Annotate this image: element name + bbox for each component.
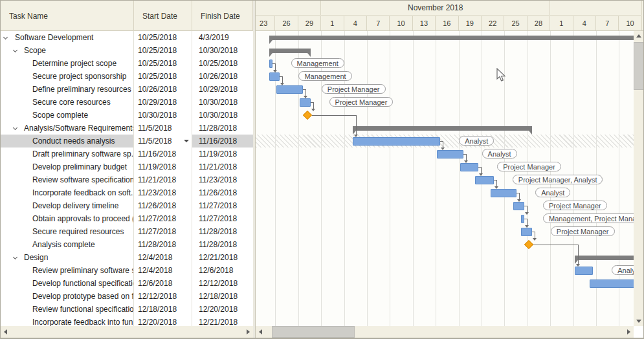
task-row[interactable]: Develop delivery timeline11/26/201811/27… — [1, 199, 253, 212]
task-row[interactable]: Review software specifications...11/21/2… — [1, 173, 253, 186]
task-name-cell[interactable]: Incorporate feedback into fun... — [1, 316, 134, 326]
chart-hscroll-thumb[interactable] — [272, 326, 355, 338]
task-name-cell[interactable]: Develop prototype based on f... — [1, 290, 134, 303]
finish-date-cell[interactable]: 11/19/2018 — [192, 148, 253, 160]
grid-hscrollbar[interactable] — [1, 326, 253, 338]
start-date-cell[interactable]: 11/21/2018 — [134, 173, 192, 186]
task-row[interactable]: Review functional specifications12/18/20… — [1, 303, 253, 316]
task-row[interactable]: Develop prototype based on f...12/12/201… — [1, 290, 253, 303]
task-row[interactable]: Incorporate feedback on soft...11/23/201… — [1, 186, 253, 199]
finish-date-cell[interactable]: 11/21/2018 — [192, 160, 253, 173]
start-date-cell[interactable]: 10/29/2018 — [134, 96, 192, 109]
task-row[interactable]: Secure core resources10/29/201810/30/201… — [1, 96, 253, 109]
start-date-cell[interactable]: 10/25/2018 — [134, 44, 192, 57]
task-name-cell[interactable]: Develop functional specificatio... — [1, 277, 134, 290]
column-header-start-date[interactable]: Start Date — [134, 1, 192, 31]
finish-date-cell[interactable]: 11/23/2018 — [192, 173, 253, 186]
start-date-cell[interactable]: 11/23/2018 — [134, 186, 192, 199]
start-date-cell[interactable]: 10/26/2018 — [134, 83, 192, 96]
finish-date-cell[interactable]: 11/26/2018 — [192, 186, 253, 199]
finish-date-cell[interactable]: 10/30/2018 — [192, 109, 253, 122]
finish-date-cell[interactable]: 11/16/2018 — [192, 135, 253, 148]
start-date-cell[interactable]: 10/25/2018 — [134, 31, 192, 44]
start-date-cell[interactable]: 11/27/2018 — [134, 225, 192, 238]
start-date-cell[interactable]: 11/19/2018 — [134, 160, 192, 173]
task-bar[interactable] — [513, 202, 524, 210]
task-row[interactable]: Software Development10/25/20184/3/2019 — [1, 31, 253, 44]
finish-date-cell[interactable]: 11/27/2018 — [192, 199, 253, 212]
start-date-cell[interactable]: 11/5/2018 — [134, 122, 192, 135]
column-header-finish-date[interactable]: Finish Date — [192, 1, 253, 31]
task-name-cell[interactable]: Define preliminary resources — [1, 83, 134, 96]
start-date-cell[interactable]: 10/25/2018 — [134, 57, 192, 70]
task-row[interactable]: Secure required resources11/27/201811/28… — [1, 225, 253, 238]
milestone-diamond[interactable] — [524, 239, 533, 248]
start-date-cell[interactable]: 11/5/2018 — [134, 135, 192, 148]
task-name-cell[interactable]: Software Development — [1, 31, 134, 44]
expander-chevron-icon[interactable] — [13, 126, 17, 130]
task-row[interactable]: Scope complete10/30/201810/30/2018 — [1, 109, 253, 122]
finish-date-cell[interactable]: 11/28/2018 — [192, 225, 253, 238]
task-name-cell[interactable]: Draft preliminary software sp... — [1, 148, 134, 160]
chart-hscrollbar[interactable] — [256, 326, 634, 338]
task-name-cell[interactable]: Obtain approvals to proceed (... — [1, 212, 134, 225]
task-bar[interactable] — [491, 189, 516, 197]
finish-date-cell[interactable]: 11/27/2018 — [192, 212, 253, 225]
start-date-cell[interactable]: 10/30/2018 — [134, 109, 192, 122]
task-row[interactable]: Draft preliminary software sp...11/16/20… — [1, 148, 253, 160]
finish-date-cell[interactable]: 12/18/2018 — [192, 290, 253, 303]
task-name-cell[interactable]: Scope complete — [1, 109, 134, 122]
vscroll-thumb[interactable] — [634, 42, 644, 90]
task-row[interactable]: Conduct needs analysis11/5/201811/16/201… — [1, 135, 253, 148]
finish-date-cell[interactable]: 12/6/2018 — [192, 264, 253, 277]
finish-date-cell[interactable]: 12/21/2018 — [192, 251, 253, 264]
start-date-cell[interactable]: 11/16/2018 — [134, 148, 192, 160]
task-name-cell[interactable]: Analysis/Software Requirements — [1, 122, 134, 135]
task-row[interactable]: Define preliminary resources10/26/201810… — [1, 83, 253, 96]
task-name-cell[interactable]: Review preliminary software s... — [1, 264, 134, 277]
start-date-dropdown-icon[interactable] — [184, 140, 189, 142]
task-row[interactable]: Scope10/25/201810/30/2018 — [1, 44, 253, 57]
task-row[interactable]: Incorporate feedback into fun...12/20/20… — [1, 316, 253, 326]
task-bar[interactable] — [269, 72, 280, 81]
task-row[interactable]: Obtain approvals to proceed (...11/27/20… — [1, 212, 253, 225]
chart-vscrollbar[interactable] — [634, 31, 644, 326]
finish-date-cell[interactable]: 12/12/2018 — [192, 277, 253, 290]
start-date-cell[interactable]: 12/12/2018 — [134, 290, 192, 303]
start-date-cell[interactable]: 11/26/2018 — [134, 199, 192, 212]
task-name-cell[interactable]: Secure project sponsorship — [1, 70, 134, 83]
task-name-cell[interactable]: Develop preliminary budget — [1, 160, 134, 173]
task-name-cell[interactable]: Design — [1, 251, 134, 264]
task-name-cell[interactable]: Analysis complete — [1, 238, 134, 251]
task-name-cell[interactable]: Develop delivery timeline — [1, 199, 134, 212]
task-name-cell[interactable]: Determine project scope — [1, 57, 134, 70]
task-bar[interactable] — [300, 98, 311, 107]
chart-hscroll-left-button[interactable] — [256, 326, 266, 338]
task-row[interactable]: Secure project sponsorship10/25/201810/2… — [1, 70, 253, 83]
finish-date-cell[interactable]: 10/26/2018 — [192, 70, 253, 83]
task-name-cell[interactable]: Conduct needs analysis — [1, 135, 134, 148]
task-row[interactable]: Design12/4/201812/21/2018 — [1, 251, 253, 264]
finish-date-cell[interactable]: 12/21/2018 — [192, 316, 253, 326]
summary-bar[interactable] — [269, 36, 634, 40]
task-bar[interactable] — [475, 176, 494, 184]
grid-hscroll-right-button[interactable] — [243, 326, 253, 338]
start-date-cell[interactable]: 12/20/2018 — [134, 316, 192, 326]
finish-date-cell[interactable]: 11/28/2018 — [192, 122, 253, 135]
finish-date-cell[interactable]: 4/3/2019 — [192, 31, 253, 44]
grid-hscroll-left-button[interactable] — [1, 326, 11, 338]
task-name-cell[interactable]: Incorporate feedback on soft... — [1, 186, 134, 199]
start-date-cell[interactable]: 10/25/2018 — [134, 70, 192, 83]
start-date-cell[interactable]: 11/28/2018 — [134, 238, 192, 251]
finish-date-cell[interactable]: 10/30/2018 — [192, 44, 253, 57]
task-row[interactable]: Develop functional specificatio...12/6/2… — [1, 277, 253, 290]
finish-date-cell[interactable]: 11/28/2018 — [192, 238, 253, 251]
task-name-cell[interactable]: Secure required resources — [1, 225, 134, 238]
task-bar[interactable] — [521, 228, 532, 236]
start-date-cell[interactable]: 12/18/2018 — [134, 303, 192, 316]
task-name-cell[interactable]: Review functional specifications — [1, 303, 134, 316]
task-bar[interactable] — [460, 163, 479, 171]
vscroll-down-button[interactable] — [634, 316, 644, 326]
task-row[interactable]: Review preliminary software s...12/4/201… — [1, 264, 253, 277]
task-row[interactable]: Develop preliminary budget11/19/201811/2… — [1, 160, 253, 173]
